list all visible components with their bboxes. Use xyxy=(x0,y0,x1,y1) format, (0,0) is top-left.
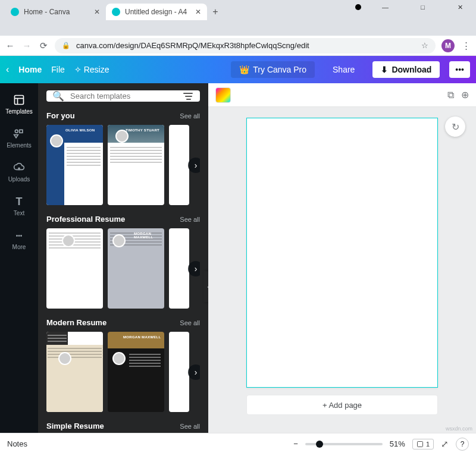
record-indicator-icon xyxy=(355,4,361,10)
see-all-link[interactable]: See all xyxy=(180,423,200,430)
close-icon[interactable]: ✕ xyxy=(195,8,201,16)
template-thumb[interactable] xyxy=(46,332,103,412)
see-all-link[interactable]: See all xyxy=(180,112,200,120)
try-pro-button[interactable]: 👑 Try Canva Pro xyxy=(231,61,315,78)
search-bar[interactable]: 🔍 xyxy=(46,90,200,102)
favicon-icon xyxy=(112,8,120,16)
browser-menu-button[interactable]: ⋮ xyxy=(461,40,471,51)
profile-avatar[interactable]: M xyxy=(441,39,455,52)
canvas-toolbar: ⧉ ⊕ xyxy=(208,83,476,107)
templates-icon xyxy=(13,94,25,106)
new-tab-button[interactable]: + xyxy=(207,4,224,20)
template-thumb[interactable] xyxy=(46,228,103,309)
see-all-link[interactable]: See all xyxy=(180,216,200,223)
add-page-icon[interactable]: ⊕ xyxy=(461,89,469,100)
search-icon: 🔍 xyxy=(52,90,64,102)
section-title: Professional Resume xyxy=(46,215,125,224)
tab-title: Untitled design - A4 xyxy=(125,8,190,16)
more-icon: ••• xyxy=(13,230,25,241)
template-thumb[interactable] xyxy=(169,228,189,309)
share-button[interactable]: Share xyxy=(324,61,363,78)
undo-floating-button[interactable]: ↻ xyxy=(445,117,465,137)
more-button[interactable]: ••• xyxy=(449,61,470,78)
add-page-button[interactable]: + Add page xyxy=(246,395,438,415)
canvas-area: ⧉ ⊕ + Add page xyxy=(208,83,476,433)
home-link[interactable]: Home xyxy=(18,65,42,74)
duplicate-page-icon[interactable]: ⧉ xyxy=(447,90,454,100)
rail-templates[interactable]: Templates xyxy=(0,89,38,120)
download-button[interactable]: ⬇ Download xyxy=(372,61,440,78)
scroll-right-button[interactable]: › xyxy=(188,364,200,380)
file-menu[interactable]: File xyxy=(51,65,65,74)
scroll-right-button[interactable]: › xyxy=(188,158,200,173)
url-text: canva.com/design/DAEq6SRMRpQ/MEkqxR3t8hp… xyxy=(76,41,309,50)
svg-rect-6 xyxy=(417,441,422,447)
color-picker[interactable] xyxy=(215,87,231,103)
svg-point-3 xyxy=(15,130,18,133)
favicon-icon xyxy=(11,8,19,16)
watermark: wsxdn.com xyxy=(446,426,472,432)
zoom-value[interactable]: 51% xyxy=(390,439,405,448)
fullscreen-button[interactable]: ⤢ xyxy=(441,439,449,449)
notes-button[interactable]: Notes xyxy=(7,439,27,448)
close-icon[interactable]: ✕ xyxy=(94,8,100,16)
browser-tab-active[interactable]: Untitled design - A4 ✕ xyxy=(106,4,207,20)
see-all-link[interactable]: See all xyxy=(180,319,200,326)
uploads-icon xyxy=(13,162,25,174)
help-button[interactable]: ? xyxy=(456,438,469,451)
section-title: Modern Resume xyxy=(46,318,107,327)
browser-tab[interactable]: Home - Canva ✕ xyxy=(5,4,106,20)
rail-more[interactable]: ••• More xyxy=(0,225,38,255)
section-modern: Modern Resume See all MORGAN MAXWELL › xyxy=(46,318,200,412)
tab-title: Home - Canva xyxy=(24,8,89,16)
template-thumb[interactable] xyxy=(169,125,189,205)
page-canvas[interactable] xyxy=(246,118,438,388)
status-bar: Notes − 51% 1 ⤢ ? xyxy=(0,433,476,454)
page-indicator[interactable]: 1 xyxy=(412,439,434,449)
resize-menu[interactable]: ✧ Resize xyxy=(74,65,109,74)
section-simple: Simple Resume See all xyxy=(46,422,200,433)
svg-rect-4 xyxy=(20,130,23,133)
back-button[interactable]: ← xyxy=(5,40,15,51)
zoom-out-icon[interactable]: − xyxy=(293,439,298,448)
left-rail: Templates Elements Uploads T Text ••• Mo… xyxy=(0,83,38,433)
rail-text[interactable]: T Text xyxy=(0,191,38,221)
template-thumb[interactable]: TIMOTHY STUART xyxy=(108,125,164,205)
section-professional: Professional Resume See all MORGAN MAXWE… xyxy=(46,215,200,309)
app-top-bar: ‹ Home File ✧ Resize 👑 Try Canva Pro Sha… xyxy=(0,56,476,83)
templates-panel: ‹ 🔍 For you See all OLIVIA WILSON TIMOTH… xyxy=(38,83,208,433)
download-icon: ⬇ xyxy=(381,65,388,74)
window-controls: — □ ✕ xyxy=(373,1,474,13)
template-thumb[interactable]: MORGAN MAXWELL xyxy=(108,228,164,309)
browser-chrome: — □ ✕ Home - Canva ✕ Untitled design - A… xyxy=(0,0,476,36)
window-minimize-button[interactable]: — xyxy=(372,1,399,13)
bookmark-icon[interactable]: ☆ xyxy=(421,41,428,50)
section-for-you: For you See all OLIVIA WILSON TIMOTHY ST… xyxy=(46,111,200,205)
panel-collapse-handle[interactable]: ‹ xyxy=(203,271,208,302)
reload-button[interactable]: ⟳ xyxy=(38,40,49,51)
canvas-scroll[interactable]: + Add page xyxy=(208,107,476,433)
elements-icon xyxy=(13,128,25,140)
scroll-right-button[interactable]: › xyxy=(188,261,200,276)
filter-icon[interactable] xyxy=(183,91,194,102)
template-thumb[interactable]: OLIVIA WILSON xyxy=(46,125,103,205)
svg-rect-0 xyxy=(15,96,24,105)
svg-marker-5 xyxy=(14,135,18,138)
address-bar[interactable]: 🔒 canva.com/design/DAEq6SRMRpQ/MEkqxR3t8… xyxy=(55,38,436,54)
zoom-slider[interactable] xyxy=(305,443,383,445)
rail-elements[interactable]: Elements xyxy=(0,123,38,153)
template-thumb[interactable]: MORGAN MAXWELL xyxy=(108,332,164,412)
back-icon[interactable]: ‹ xyxy=(6,64,9,75)
section-title: Simple Resume xyxy=(46,422,104,430)
window-close-button[interactable]: ✕ xyxy=(447,1,474,13)
lock-icon: 🔒 xyxy=(62,42,70,49)
section-title: For you xyxy=(46,111,75,120)
text-icon: T xyxy=(13,196,25,208)
grid-icon xyxy=(416,441,424,448)
window-maximize-button[interactable]: □ xyxy=(409,1,436,13)
browser-toolbar: ← → ⟳ 🔒 canva.com/design/DAEq6SRMRpQ/MEk… xyxy=(0,36,476,56)
forward-button[interactable]: → xyxy=(21,40,32,51)
rail-uploads[interactable]: Uploads xyxy=(0,157,38,187)
template-thumb[interactable] xyxy=(169,332,189,412)
search-input[interactable] xyxy=(70,92,177,100)
